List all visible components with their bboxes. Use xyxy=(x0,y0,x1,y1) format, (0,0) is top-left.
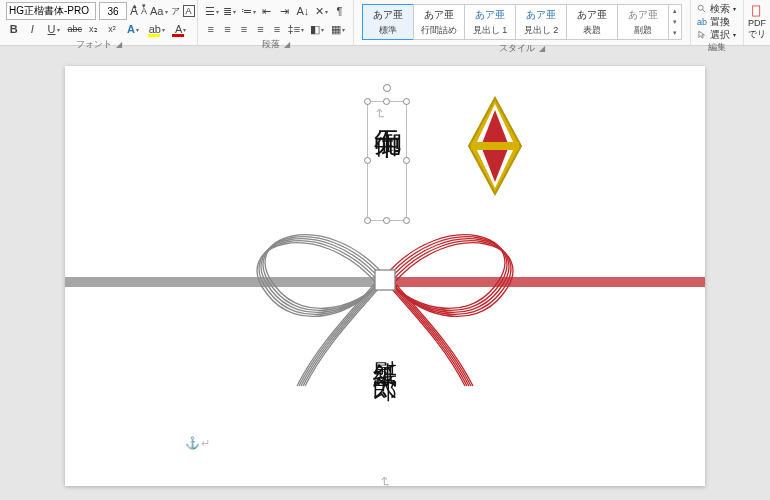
search-icon xyxy=(697,4,707,14)
shading-button[interactable]: ◧▾ xyxy=(308,20,326,38)
font-name-combo[interactable] xyxy=(6,2,96,20)
borders-button[interactable]: ▦▾ xyxy=(329,20,347,38)
highlight-button[interactable]: ab▾ xyxy=(146,20,167,38)
replace-button[interactable]: ab置換 xyxy=(697,15,737,28)
page[interactable]: 御中元 ↵ 熨斗紙 太郎 ↵ ⚓ ↵ xyxy=(65,66,705,486)
increase-indent-button[interactable]: ⇥ xyxy=(277,2,292,20)
strikethrough-button[interactable]: abc xyxy=(67,20,83,38)
paragraph-dialog-launcher[interactable]: ◢ xyxy=(284,40,290,49)
numbering-button[interactable]: ≣▾ xyxy=(222,2,237,20)
style-item-subtitle[interactable]: あア亜副題 xyxy=(617,4,669,40)
paragraph-group-label: 段落 xyxy=(262,38,280,51)
svg-rect-18 xyxy=(375,270,395,290)
justify-button[interactable]: ≡ xyxy=(254,20,268,38)
title-textbox[interactable]: 御中元 ↵ xyxy=(367,101,407,221)
change-case-button[interactable]: Aa▾ xyxy=(150,2,167,20)
font-group: A▴ A▾ Aa▾ ア A B I U▾ abc x₂ x² A▾ ab▾ A▾… xyxy=(0,0,198,45)
decrease-indent-button[interactable]: ⇤ xyxy=(259,2,274,20)
svg-point-0 xyxy=(698,5,703,10)
asian-layout-button[interactable]: ✕▾ xyxy=(314,2,329,20)
cursor-icon xyxy=(697,30,707,40)
pdf-icon xyxy=(748,4,766,18)
align-right-button[interactable]: ≡ xyxy=(237,20,251,38)
rotate-handle[interactable] xyxy=(383,84,391,92)
replace-icon: ab xyxy=(697,17,707,27)
paragraph-group: ☰▾ ≣▾ ≔▾ ⇤ ⇥ A↓ ✕▾ ¶ ≡ ≡ ≡ ≡ ≡ ‡≡▾ ◧▾ ▦▾… xyxy=(198,0,354,45)
noshi-ornament xyxy=(465,96,525,206)
style-item-heading2[interactable]: あア亜見出し 2 xyxy=(515,4,567,40)
grow-font-button[interactable]: A▴ xyxy=(130,2,138,20)
subscript-button[interactable]: x₂ xyxy=(86,20,102,38)
paragraph-mark-icon: ↵ xyxy=(372,108,388,120)
sort-button[interactable]: A↓ xyxy=(295,2,310,20)
styles-gallery: あア亜標準 あア亜行間詰め あア亜見出し 1 あア亜見出し 2 あア亜表題 あア… xyxy=(360,2,684,42)
superscript-button[interactable]: x² xyxy=(104,20,120,38)
underline-button[interactable]: U▾ xyxy=(43,20,64,38)
style-item-nospacing[interactable]: あア亜行間詰め xyxy=(413,4,465,40)
ribbon: A▴ A▾ Aa▾ ア A B I U▾ abc x₂ x² A▾ ab▾ A▾… xyxy=(0,0,770,46)
document-canvas[interactable]: 御中元 ↵ 熨斗紙 太郎 ↵ ⚓ ↵ xyxy=(0,46,770,500)
italic-button[interactable]: I xyxy=(25,20,41,38)
editing-group: 検索▾ ab置換 選択▾ 編集 xyxy=(691,0,744,45)
mizuhiki-bow xyxy=(65,196,705,396)
styles-dialog-launcher[interactable]: ◢ xyxy=(539,44,545,53)
char-border-button[interactable]: A xyxy=(183,2,195,20)
multilevel-list-button[interactable]: ≔▾ xyxy=(241,2,256,20)
select-button[interactable]: 選択▾ xyxy=(697,28,737,41)
align-left-button[interactable]: ≡ xyxy=(204,20,218,38)
paragraph-mark-icon: ↵ xyxy=(201,437,210,450)
paragraph-mark-icon: ↵ xyxy=(377,476,393,488)
svg-rect-7 xyxy=(471,142,519,150)
svg-rect-3 xyxy=(753,6,759,15)
line-spacing-button[interactable]: ‡≡▾ xyxy=(287,20,305,38)
pdf-addin-button[interactable]: PDF でリ xyxy=(744,0,770,45)
styles-group-label: スタイル xyxy=(499,42,535,55)
shrink-font-button[interactable]: A▾ xyxy=(141,2,147,20)
svg-line-1 xyxy=(703,9,706,12)
find-button[interactable]: 検索▾ xyxy=(697,2,737,15)
style-item-title[interactable]: あア亜表題 xyxy=(566,4,618,40)
styles-group: あア亜標準 あア亜行間詰め あア亜見出し 1 あア亜見出し 2 あア亜表題 あア… xyxy=(354,0,691,45)
font-color-button[interactable]: A▾ xyxy=(170,20,191,38)
bold-button[interactable]: B xyxy=(6,20,22,38)
anchor-icon: ⚓ xyxy=(185,436,200,450)
phonetic-guide-button[interactable]: ア xyxy=(171,2,180,20)
sender-name-text[interactable]: 熨斗紙 太郎 xyxy=(369,341,401,359)
editing-group-label: 編集 xyxy=(708,41,726,54)
align-center-button[interactable]: ≡ xyxy=(221,20,235,38)
style-item-heading1[interactable]: あア亜見出し 1 xyxy=(464,4,516,40)
distribute-button[interactable]: ≡ xyxy=(270,20,284,38)
font-group-label: フォント xyxy=(76,38,112,51)
style-item-normal[interactable]: あア亜標準 xyxy=(362,4,414,40)
text-effects-button[interactable]: A▾ xyxy=(123,20,144,38)
styles-gallery-more[interactable]: ▴▾▾ xyxy=(668,4,682,40)
font-dialog-launcher[interactable]: ◢ xyxy=(116,40,122,49)
show-marks-button[interactable]: ¶ xyxy=(332,2,347,20)
bullets-button[interactable]: ☰▾ xyxy=(204,2,219,20)
font-size-combo[interactable] xyxy=(99,2,127,20)
